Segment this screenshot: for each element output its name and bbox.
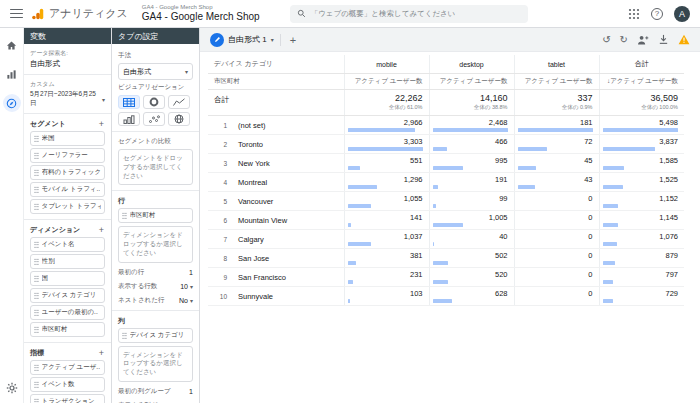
technique-select[interactable]: 自由形式 ▾ [118, 63, 193, 80]
result-sheet: デバイス カテゴリmobiledesktoptablet合計市区町村アクティブ … [200, 52, 700, 403]
date-range-picker[interactable]: 5月27日~2023年6月25日 ▾ [30, 90, 105, 108]
device-column-header[interactable]: desktop [429, 55, 514, 74]
columns-drop-zone[interactable]: ディメンションをドロップするか選択してください [118, 346, 193, 382]
show-col-groups-label: 表示する列グ.. [118, 401, 161, 403]
table-row[interactable]: 8San Jose3815020879 [208, 249, 684, 268]
dimension-chip[interactable]: イベント名 [30, 237, 105, 252]
dimension-chip[interactable]: 市区町村 [30, 322, 105, 337]
dimension-chip[interactable]: 性別 [30, 254, 105, 269]
reports-icon[interactable] [3, 65, 21, 83]
add-segment-button[interactable]: + [98, 119, 105, 129]
metric-chip[interactable]: イベント数 [30, 377, 105, 392]
device-column-header[interactable]: 合計 [599, 55, 684, 74]
show-col-groups-select[interactable]: 5 ▾ [184, 402, 193, 403]
admin-gear-icon[interactable] [3, 379, 21, 397]
value-bar [603, 223, 619, 227]
value-cell: 0 [514, 249, 599, 268]
metric-chip[interactable]: アクティブ ユーザ.. [30, 360, 105, 375]
viz-geo-map-button[interactable] [168, 112, 190, 126]
explore-icon[interactable] [3, 94, 21, 112]
table-row[interactable]: 10Sunnyvale1036280729 [208, 287, 684, 306]
segment-chip[interactable]: 有料のトラフィック [30, 165, 105, 180]
table-row[interactable]: 3New York551995451,585 [208, 154, 684, 173]
table-row[interactable]: 6Mountain View1411,00501,145 [208, 211, 684, 230]
rows-dimension-chip[interactable]: 市区町村 [118, 208, 193, 223]
tab-free-form-1[interactable]: 自由形式 1 ▾ [210, 33, 274, 47]
viz-donut-button[interactable] [143, 95, 165, 109]
home-icon[interactable] [3, 36, 21, 54]
device-column-header[interactable]: mobile [344, 55, 429, 74]
dimension-chip[interactable]: 国 [30, 271, 105, 286]
metric-column-header[interactable]: ↓アクティブ ユーザー数 [599, 74, 684, 90]
table-row[interactable]: 7Calgary1,0374001,076 [208, 230, 684, 249]
viz-line-button[interactable] [168, 95, 190, 109]
value-number: 1,076 [603, 232, 679, 241]
download-icon[interactable] [658, 34, 669, 45]
segment-drop-zone[interactable]: セグメントをドロップするか選択してください [118, 149, 193, 185]
viz-scatter-button[interactable] [143, 112, 165, 126]
chevron-down-icon: ▾ [190, 297, 193, 304]
segment-chip[interactable]: 米国 [30, 131, 105, 146]
analytics-logo[interactable]: アナリティクス [31, 6, 128, 21]
value-bar [518, 147, 548, 151]
value-bar [603, 299, 613, 303]
table-row[interactable]: 5Vancouver1,0559901,152 [208, 192, 684, 211]
nested-rows-label: ネストされた行 [118, 296, 164, 305]
search-bar[interactable]: 「ウェブの概要」と検索してみてください [290, 5, 528, 23]
table-row[interactable]: 4Montreal1,296191431,525 [208, 173, 684, 192]
metric-column-header[interactable]: アクティブ ユーザー数 [514, 74, 599, 90]
value-cell: 1,005 [429, 211, 514, 230]
tab-strip: 自由形式 1 ▾ + ↺ ↻ [200, 28, 700, 52]
value-cell: 1,076 [599, 230, 684, 249]
value-bar [518, 166, 537, 170]
metric-chip[interactable]: トランザクション [30, 394, 105, 403]
first-row-value[interactable]: 1 [189, 269, 193, 276]
help-icon[interactable]: ? [651, 8, 663, 20]
segment-chip[interactable]: モバイル トラフィ.. [30, 182, 105, 197]
viz-table-button[interactable] [118, 95, 140, 109]
apps-grid-icon[interactable] [628, 8, 640, 20]
nested-rows-select[interactable]: No ▾ [179, 297, 193, 304]
value-cell: 141 [344, 211, 429, 230]
row-rank: 6 [208, 211, 232, 230]
metric-column-header[interactable]: アクティブ ユーザー数 [344, 74, 429, 90]
add-dimension-button[interactable]: + [98, 225, 105, 235]
row-dimension-label[interactable]: 市区町村 [208, 74, 344, 90]
dimension-chip[interactable]: ユーザーの最初の.. [30, 305, 105, 320]
exploration-name-input[interactable]: 自由形式 [30, 59, 105, 69]
avatar[interactable]: A [674, 6, 690, 22]
value-cell: 40 [429, 230, 514, 249]
value-bar [433, 223, 464, 227]
share-user-icon[interactable] [637, 34, 649, 46]
drag-handle-icon [34, 258, 39, 265]
value-number: 231 [348, 270, 423, 279]
first-col-group-value[interactable]: 1 [189, 388, 193, 395]
add-tab-button[interactable]: + [287, 34, 299, 46]
analytics-app: アナリティクス GA4 - Google Merch Shop GA4 - Go… [0, 0, 700, 404]
add-metric-button[interactable]: + [98, 348, 105, 358]
dimensions-title: ディメンション [30, 225, 80, 235]
redo-icon[interactable]: ↻ [620, 35, 628, 45]
menu-icon[interactable] [10, 9, 23, 19]
warning-icon[interactable] [678, 34, 690, 45]
table-row[interactable]: 9San Francisco2315200797 [208, 268, 684, 287]
table-row[interactable]: 2Toronto3,303466723,837 [208, 135, 684, 154]
segment-chip[interactable]: ノーリファラー [30, 148, 105, 163]
device-column-header[interactable]: tablet [514, 55, 599, 74]
chip-label: ユーザーの最初の.. [42, 308, 98, 317]
value-bar [348, 223, 351, 227]
property-selector[interactable]: GA4 - Google Merch Shop GA4 - Google Mer… [142, 4, 260, 22]
dimension-chip[interactable]: デバイス カテゴリ [30, 288, 105, 303]
technique-label: 手法 [118, 51, 193, 60]
rows-drop-zone[interactable]: ディメンションをドロップするか選択してください [118, 226, 193, 262]
segment-chip[interactable]: タブレット トラフィ.. [30, 199, 105, 214]
undo-icon[interactable]: ↺ [602, 35, 610, 45]
columns-dimension-chip[interactable]: デバイス カテゴリ [118, 328, 193, 343]
table-row[interactable]: 1(not set)2,9662,4681815,498 [208, 116, 684, 135]
show-rows-select[interactable]: 10 ▾ [180, 283, 193, 290]
drag-handle-icon [34, 309, 39, 316]
viz-bar-button[interactable] [118, 112, 140, 126]
metrics-title: 指標 [30, 348, 44, 358]
metric-column-header[interactable]: アクティブ ユーザー数 [429, 74, 514, 90]
drag-handle-icon [34, 364, 39, 371]
